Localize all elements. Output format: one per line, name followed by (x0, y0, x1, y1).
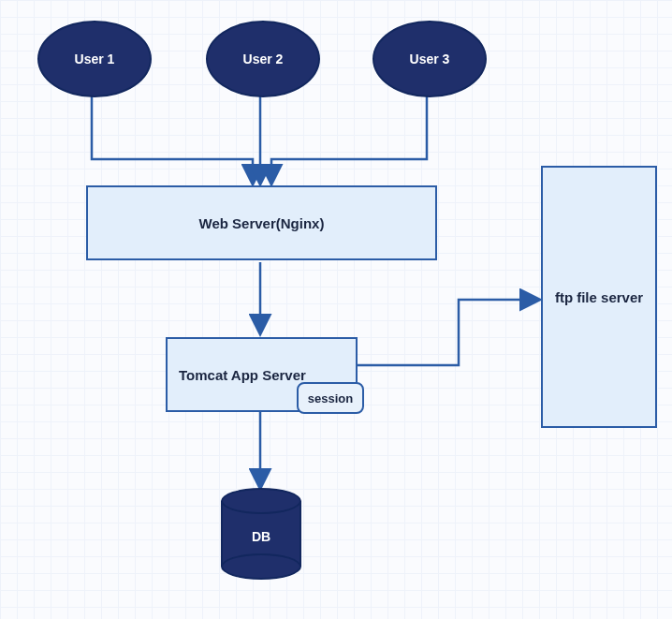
db-label: DB (221, 529, 301, 544)
node-session: session (297, 382, 364, 414)
node-user-2: User 2 (206, 21, 320, 97)
session-label: session (308, 391, 353, 405)
node-db: DB (221, 501, 301, 567)
user-3-label: User 3 (410, 52, 450, 66)
user-1-label: User 1 (75, 52, 115, 66)
node-user-3: User 3 (373, 21, 487, 97)
diagram-canvas: User 1 User 2 User 3 Web Server(Nginx) T… (0, 0, 672, 619)
node-ftp-server: ftp file server (541, 166, 657, 428)
web-server-label: Web Server(Nginx) (199, 215, 325, 231)
user-2-label: User 2 (243, 52, 284, 66)
ftp-server-label: ftp file server (555, 289, 643, 305)
node-web-server: Web Server(Nginx) (86, 185, 437, 260)
node-user-1: User 1 (37, 21, 152, 97)
app-server-label: Tomcat App Server (179, 367, 306, 383)
